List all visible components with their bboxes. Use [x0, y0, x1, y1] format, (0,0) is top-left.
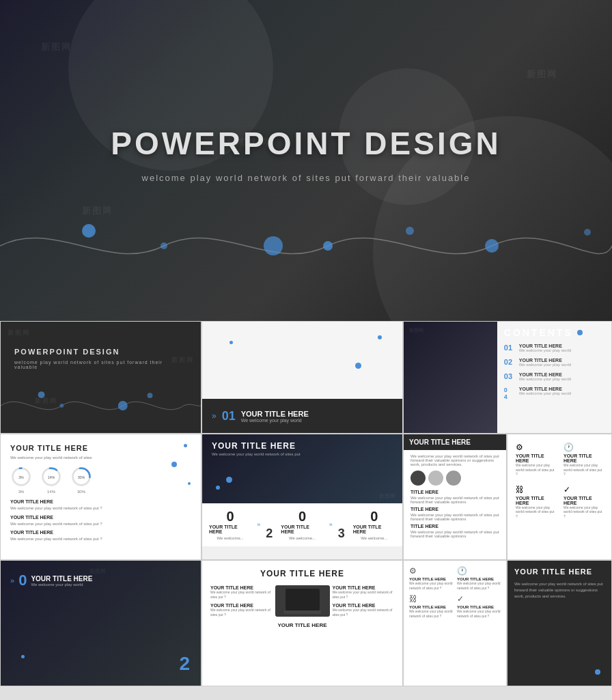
contents-text-1: YOUR TITLE HERE We welcome your play wor…: [519, 344, 571, 352]
stat-item-1: 0 YOUR TITLE HERE We welcome...: [209, 509, 251, 541]
slide-dark-final: YOUR TITLE HERE We welcome your play wor…: [507, 560, 612, 686]
slide-dark-02: » 0 YOUR TITLE HERE We welcome your play…: [0, 560, 201, 686]
avatar-3: [446, 471, 461, 486]
slide-icons-grid: ⚙ YOUR TITLE HERE We welcome your play w…: [507, 434, 612, 560]
stat-num-1: 0: [227, 509, 234, 524]
blue-dot-02-1: [21, 655, 25, 658]
blue-dot-3: [230, 341, 233, 344]
slide-2-text-group: YOUR TITLE HERE We welcome your play wor…: [241, 410, 309, 423]
gear-icon: ⚙: [516, 443, 555, 452]
list-4-bottom-title: YOUR TITLE HERE: [210, 622, 394, 628]
svg-point-5: [485, 239, 499, 253]
list-4-sub-4: We welcome your play world network of si…: [333, 608, 395, 617]
contents-list-area: CONTENTS 01 YOUR TITLE HERE We welcome y…: [497, 322, 611, 433]
arrow-icon-1: »: [257, 521, 260, 528]
svg-text:3%: 3%: [18, 475, 24, 479]
stat-num-3-big: 3: [338, 509, 345, 541]
arrow-icon-2: »: [329, 521, 333, 528]
list-4-title-4: YOUR TITLE HERE: [333, 603, 395, 608]
slide-dark-02-text: YOUR TITLE HERE We welcome your play wor…: [31, 575, 92, 587]
gear-icon-2: ⚙: [409, 566, 453, 576]
gear-sub: We welcome your play world network of si…: [516, 463, 555, 477]
stat-item-2: 0 YOUR TITLE HERE We welcome...: [281, 509, 323, 541]
blue-dot-stats-1: [216, 486, 220, 490]
contents-item-1: 01 YOUR TITLE HERE We welcome your play …: [504, 344, 604, 352]
slide-contents: 新图网 CONTENTS 01 YOUR TITLE HERE We welco…: [403, 321, 612, 434]
stat-arrow-2: »: [329, 509, 333, 541]
wave-decoration: [0, 212, 612, 280]
laptop-screen: [286, 589, 320, 611]
slide-2-number: 01: [222, 409, 236, 423]
svg-point-7: [38, 391, 45, 398]
list-4-title-3: YOUR TITLE HERE: [333, 585, 395, 590]
icons-grid: ⚙ YOUR TITLE HERE We welcome your play w…: [513, 440, 606, 521]
icon-4-sub-3: We welcome your play world network of si…: [409, 609, 453, 618]
contents-title-row: CONTENTS: [504, 327, 604, 338]
list-4-sub-3: We welcome your play world network of si…: [333, 590, 395, 599]
svg-point-8: [59, 404, 64, 408]
svg-point-0: [82, 224, 96, 238]
hero-title: POWERPOINT DESIGN: [111, 125, 501, 162]
blue-dot-r2-3: [188, 482, 191, 485]
stat-arrow-1: »: [257, 509, 260, 541]
icon-item-clock: 🕐 YOUR TITLE HERE We welcome your play w…: [561, 440, 606, 479]
chevrons-02-icon: »: [10, 576, 14, 585]
stat-num-2: 0: [298, 509, 306, 524]
icon-4-item-1: ⚙ YOUR TITLE HERE We welcome your play w…: [409, 566, 453, 590]
blue-dot-stats-2: [226, 477, 232, 483]
photo-slide-header: YOUR TITLE HERE: [404, 434, 506, 450]
slide-watermark-2: 新图网: [171, 356, 194, 365]
stats-main-subtitle: We welcome your play world network of si…: [212, 452, 301, 456]
icon-4-sub-1: We welcome your play world network of si…: [409, 581, 453, 590]
donut-label-1: 3%: [18, 490, 25, 494]
contents-item-3: 03 YOUR TITLE HERE We welcome your play …: [504, 372, 604, 381]
list-4-layout: YOUR TITLE HERE We welcome your play wor…: [210, 585, 394, 617]
slide-dark-02-subtitle: We welcome your play world: [31, 583, 92, 587]
contents-photo-area: 新图网: [404, 322, 497, 433]
contents-header-overlay: [404, 404, 497, 433]
slide-2-dark-bar: » 01 YOUR TITLE HERE We welcome your pla…: [202, 399, 402, 433]
list-4-left: YOUR TITLE HERE We welcome your play wor…: [210, 585, 273, 617]
donut-chart-3: 30%: [70, 466, 92, 488]
laptop-shape: [283, 589, 321, 614]
svg-point-2: [264, 236, 283, 255]
contents-dot: [577, 330, 583, 335]
stat-num-2-big: 2: [266, 509, 273, 541]
slide-dark-02-content: » 0 YOUR TITLE HERE We welcome your play…: [1, 561, 201, 686]
contents-heading: CONTENTS: [504, 327, 573, 338]
blue-dot-1: [378, 335, 382, 339]
donut-label-3: 30%: [77, 490, 85, 494]
donut-row: 3% 3% 14% 14% 30% 30%: [10, 466, 191, 494]
icon-item-check: ✓ YOUR TITLE HERE We welcome your play w…: [561, 482, 606, 522]
clock-sub: We welcome your play world network of si…: [564, 463, 603, 477]
slide-1-dark: 新图网 新图网 新图网 POWERPOINT DESIGN welcome pl…: [0, 321, 201, 434]
list-4-right: YOUR TITLE HERE We welcome your play wor…: [333, 585, 395, 617]
stats-numbers-area: 0 YOUR TITLE HERE We welcome... » 2 0 YO…: [202, 503, 402, 546]
donut-label-2: 14%: [47, 490, 55, 494]
link-title: YOUR TITLE HERE: [516, 496, 555, 505]
clock-title: YOUR TITLE HERE: [564, 453, 603, 463]
stats-dark-top: YOUR TITLE HERE We welcome your play wor…: [202, 434, 402, 503]
slide-1-title: POWERPOINT DESIGN: [14, 348, 187, 356]
icon-item-link: ⛓ YOUR TITLE HERE We welcome your play w…: [513, 482, 558, 522]
stats-watermark: 新图网: [379, 492, 395, 500]
slide-2-top: [202, 322, 402, 399]
blue-dot-r2-2: [171, 462, 177, 467]
laptop-photo: [275, 585, 330, 617]
link-sub: We welcome your play world network of si…: [516, 505, 555, 519]
slide-photo-text: YOUR TITLE HERE We welcome your play wor…: [403, 434, 507, 560]
link-icon-2: ⛓: [409, 594, 453, 604]
stats-main-title: YOUR TITLE HERE: [212, 441, 301, 451]
list-4-item-1: YOUR TITLE HERE We welcome your play wor…: [210, 585, 273, 599]
check-icon: ✓: [564, 485, 603, 494]
slide-1-subtitle: welcome play world network of sites put …: [14, 360, 187, 369]
icons-4-grid: ⚙ YOUR TITLE HERE We welcome your play w…: [409, 566, 501, 618]
donut-slide-title: YOUR TITLE HERE: [10, 444, 191, 452]
check-sub: We welcome your play world network of si…: [564, 505, 603, 519]
list-4-item-3: YOUR TITLE HERE We welcome your play wor…: [333, 585, 395, 599]
contents-watermark: 新图网: [409, 327, 423, 334]
contents-num-1: 01: [504, 344, 515, 352]
dark-final-subtitle: We welcome your play world network of si…: [514, 581, 604, 600]
avatar-row: [411, 471, 499, 486]
donut-slide-subtitle: We welcome your play world network of si…: [10, 455, 191, 460]
